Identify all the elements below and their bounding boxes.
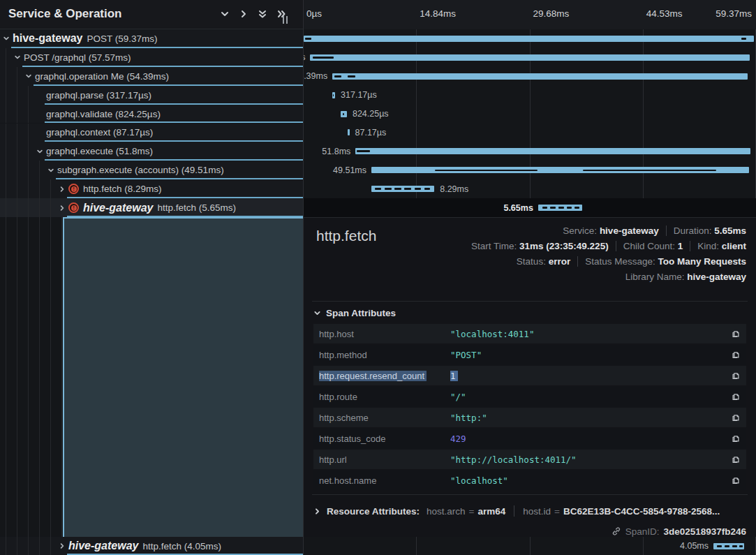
- attribute-key[interactable]: http.url: [319, 454, 450, 465]
- copy-value-button[interactable]: [731, 413, 741, 422]
- span-timeline-row[interactable]: 5.65ms: [303, 198, 756, 217]
- span-timeline-row[interactable]: 824.25µs: [303, 105, 756, 124]
- chevron-down-icon[interactable]: [36, 148, 43, 155]
- attribute-value[interactable]: "http:": [450, 413, 725, 423]
- chevron-down-icon[interactable]: [47, 167, 54, 174]
- chevron-down-icon[interactable]: [47, 167, 54, 174]
- span-tree-row[interactable]: hive-gatewayPOST (59.37ms): [0, 29, 303, 48]
- double-chevron-down-icon[interactable]: [258, 9, 267, 19]
- chevron-down-icon[interactable]: [14, 54, 21, 61]
- span-timeline-row[interactable]: 54.39ms: [303, 67, 756, 86]
- bar-self-time-dash: [334, 75, 341, 77]
- chevron-down-icon[interactable]: [220, 9, 230, 19]
- bar-self-time-dash: [305, 38, 311, 40]
- chevron-right-icon[interactable]: [59, 186, 66, 193]
- attribute-row[interactable]: http.route"/": [313, 387, 746, 406]
- chevron-down-icon[interactable]: [14, 54, 21, 61]
- link-icon[interactable]: [612, 526, 621, 536]
- span-timeline-row[interactable]: 87.17µs: [303, 124, 756, 142]
- attribute-value[interactable]: 1: [450, 371, 725, 381]
- span-tree-row[interactable]: !http.fetch (8.29ms): [0, 179, 303, 198]
- chevron-down-icon[interactable]: [3, 35, 10, 42]
- attribute-key[interactable]: net.host.name: [319, 475, 450, 486]
- attribute-key[interactable]: http.host: [319, 329, 450, 339]
- span-tree-row[interactable]: graphql.context (87.17µs): [0, 124, 303, 142]
- span-timeline-row[interactable]: 51.8ms: [303, 142, 756, 161]
- attribute-row[interactable]: http.scheme"http:": [313, 408, 746, 427]
- chevron-right-icon[interactable]: [59, 542, 66, 549]
- span-tree-row[interactable]: graphql.validate (824.25µs): [0, 105, 303, 124]
- span-tree-row[interactable]: subgraph.execute (accounts) (49.51ms): [0, 161, 303, 179]
- chevron-right-icon[interactable]: [59, 205, 66, 212]
- copy-value-button[interactable]: [731, 454, 741, 464]
- chevron-down-icon: [313, 309, 321, 317]
- span-timeline-row[interactable]: 317.17µs: [303, 86, 756, 105]
- attribute-row[interactable]: http.method"POST": [313, 345, 746, 364]
- span-id-row: SpanID: 3de02518937fb246: [313, 523, 746, 540]
- copy-icon: [731, 475, 741, 485]
- meta-key: Library Name:: [625, 272, 688, 282]
- chevron-down-icon[interactable]: [25, 73, 32, 80]
- chevron-down-icon[interactable]: [36, 148, 43, 155]
- chevron-down-icon[interactable]: [3, 35, 10, 42]
- chevron-right-icon[interactable]: [59, 186, 66, 193]
- resource-equals: =: [469, 506, 475, 517]
- span-timeline-row[interactable]: [303, 29, 756, 48]
- span-duration-bar[interactable]: [348, 129, 350, 135]
- panel-divider[interactable]: [303, 0, 304, 555]
- span-duration-bar[interactable]: [310, 54, 750, 61]
- chevron-right-icon[interactable]: [59, 205, 66, 212]
- span-operation-label: http.fetch (4.05ms): [142, 541, 221, 552]
- attribute-key[interactable]: http.method: [319, 350, 450, 360]
- copy-value-button[interactable]: [731, 329, 741, 339]
- attribute-value[interactable]: 429: [450, 434, 725, 444]
- attribute-value[interactable]: "POST": [450, 350, 725, 360]
- span-timeline-row[interactable]: 49.51ms: [303, 161, 756, 179]
- attribute-row[interactable]: http.url"http://localhost:4011/": [313, 450, 746, 469]
- span-attributes-header[interactable]: Span Attributes: [313, 302, 746, 324]
- attribute-value[interactable]: "http://localhost:4011/": [450, 454, 725, 465]
- attribute-row[interactable]: http.request.resend_count1: [313, 366, 746, 385]
- bar-self-time-dash: [732, 545, 737, 547]
- attribute-value[interactable]: "/": [450, 392, 725, 402]
- meta-key: Kind:: [697, 241, 722, 251]
- bar-self-time-dash: [385, 188, 392, 190]
- resource-key: host.id: [523, 506, 551, 517]
- attribute-row[interactable]: net.host.name"localhost": [313, 471, 746, 490]
- span-tree-row[interactable]: !hive-gatewayhttp.fetch (5.65ms): [0, 198, 303, 217]
- copy-value-button[interactable]: [731, 392, 741, 401]
- span-operation-label: graphql.context (87.17µs): [46, 127, 153, 138]
- resource-attributes-row[interactable]: Resource Attributes: host.arch=arm64host…: [313, 499, 746, 523]
- attribute-row[interactable]: http.host"localhost:4011": [313, 324, 746, 343]
- attribute-row[interactable]: http.status_code429: [313, 429, 746, 448]
- copy-value-button[interactable]: [731, 434, 741, 443]
- copy-value-button[interactable]: [731, 475, 741, 485]
- attribute-key[interactable]: http.route: [319, 392, 450, 402]
- span-duration-bar[interactable]: [332, 73, 747, 80]
- span-timeline-row[interactable]: 57.57ms: [303, 48, 756, 67]
- attribute-key[interactable]: http.scheme: [319, 413, 450, 423]
- chevron-right-icon[interactable]: [239, 9, 249, 19]
- panel-splitter-grip[interactable]: [283, 16, 288, 24]
- attribute-value[interactable]: "localhost:4011": [450, 329, 725, 339]
- span-tree-row[interactable]: graphql.execute (51.8ms): [0, 142, 303, 161]
- chevron-right-icon[interactable]: [59, 542, 66, 549]
- attribute-key[interactable]: http.request.resend_count: [319, 371, 450, 381]
- copy-value-button[interactable]: [731, 350, 741, 360]
- span-operation-label: POST /graphql (57.57ms): [24, 52, 131, 63]
- chevron-down-icon[interactable]: [25, 73, 32, 80]
- span-tree-row[interactable]: graphql.parse (317.17µs): [0, 86, 303, 105]
- span-duration-bar[interactable]: [355, 148, 750, 154]
- attribute-key[interactable]: http.status_code: [319, 434, 450, 444]
- span-operation-label: graphql.operation Me (54.39ms): [35, 71, 169, 82]
- meta-value: client: [722, 241, 746, 251]
- bar-self-time-dash: [739, 545, 743, 547]
- span-timeline-row[interactable]: 8.29ms: [303, 179, 756, 198]
- span-tree-row[interactable]: POST /graphql (57.57ms): [0, 48, 303, 67]
- span-tree-row[interactable]: graphql.operation Me (54.39ms): [0, 67, 303, 86]
- copy-value-button[interactable]: [731, 371, 741, 380]
- span-duration-bar[interactable]: [304, 36, 753, 42]
- attribute-value[interactable]: "localhost": [450, 475, 725, 486]
- span-row-content: subgraph.execute (accounts) (49.51ms): [0, 161, 303, 179]
- span-tree-row[interactable]: hive-gatewayhttp.fetch (4.05ms): [0, 537, 303, 555]
